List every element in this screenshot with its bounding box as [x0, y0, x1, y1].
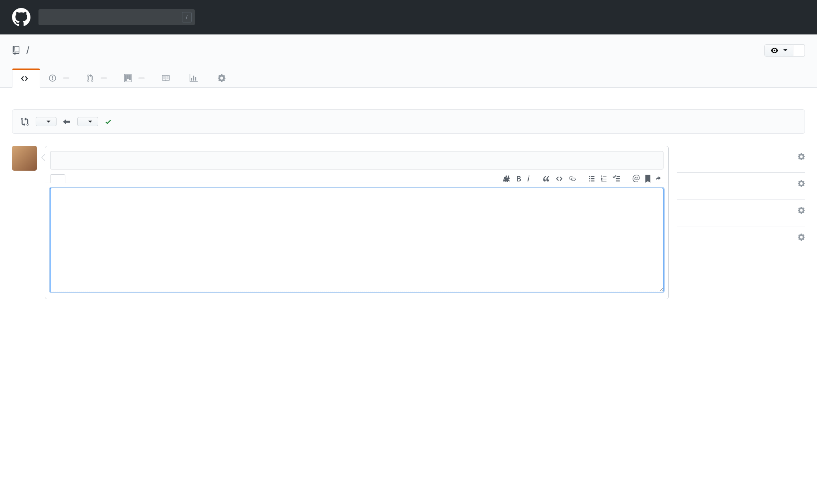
git-compare-icon — [20, 117, 29, 126]
pr-form: AA — [45, 146, 669, 299]
main-header: / — [0, 0, 817, 34]
watch-count[interactable] — [793, 44, 805, 56]
path-separator: / — [26, 44, 29, 56]
sidebar-projects — [677, 226, 805, 253]
gear-icon[interactable] — [798, 207, 805, 214]
heading-icon[interactable]: AA — [502, 175, 511, 182]
gear-icon — [218, 74, 226, 82]
sidebar — [677, 146, 805, 299]
caret-down-icon — [783, 49, 787, 51]
repo-icon — [12, 46, 20, 55]
tab-wiki[interactable] — [153, 69, 181, 87]
tab-insights[interactable] — [181, 69, 209, 87]
github-logo-icon[interactable] — [12, 8, 30, 26]
unwatch-button[interactable] — [764, 44, 793, 56]
pr-body-textarea[interactable] — [50, 188, 663, 292]
svg-text:A: A — [507, 177, 510, 182]
caret-down-icon — [88, 121, 92, 123]
pull-request-icon — [86, 74, 94, 82]
compare-branch-select[interactable] — [77, 117, 98, 126]
repo-tabs — [12, 69, 805, 87]
slash-key-icon: / — [182, 12, 192, 22]
issues-count — [63, 77, 69, 79]
breadcrumb: / — [12, 44, 32, 56]
link-icon[interactable] — [568, 175, 576, 182]
italic-icon[interactable] — [526, 175, 530, 182]
sidebar-reviewers — [677, 146, 805, 173]
gear-icon[interactable] — [798, 234, 805, 241]
branch-range-editor — [12, 109, 805, 134]
eye-icon — [770, 47, 779, 54]
list-ordered-icon[interactable] — [600, 175, 607, 182]
tab-code[interactable] — [12, 69, 40, 88]
bookmark-icon[interactable] — [645, 175, 651, 183]
watch-button-group — [764, 44, 805, 56]
search-input[interactable]: / — [38, 9, 195, 25]
gear-icon[interactable] — [798, 180, 805, 187]
tab-pull-requests[interactable] — [78, 69, 115, 87]
projects-count — [138, 77, 145, 79]
reply-icon[interactable] — [655, 175, 663, 182]
editor-tabs: AA — [45, 174, 668, 183]
book-icon — [162, 74, 170, 82]
gear-icon[interactable] — [798, 153, 805, 160]
sidebar-assignees — [677, 173, 805, 200]
avatar[interactable] — [12, 146, 37, 171]
bold-icon[interactable] — [516, 175, 522, 182]
quote-icon[interactable] — [542, 175, 550, 182]
tab-settings[interactable] — [209, 69, 237, 87]
tab-issues[interactable] — [40, 69, 78, 87]
caret-down-icon — [47, 121, 51, 123]
pr-title-input[interactable] — [50, 151, 663, 169]
merge-status — [105, 118, 120, 125]
project-icon — [124, 74, 132, 82]
sidebar-labels — [677, 200, 805, 226]
base-branch-select[interactable] — [36, 117, 57, 126]
preview-tab[interactable] — [65, 174, 81, 183]
code-icon[interactable] — [555, 175, 563, 182]
mention-icon[interactable] — [632, 175, 640, 183]
repo-header: / — [0, 34, 817, 88]
list-unordered-icon[interactable] — [588, 175, 595, 182]
write-tab[interactable] — [50, 174, 65, 183]
prs-count — [101, 77, 107, 79]
markdown-toolbar: AA — [502, 175, 663, 183]
check-icon — [105, 118, 112, 125]
graph-icon — [190, 74, 198, 82]
arrow-left-icon — [63, 118, 71, 126]
main-content: AA — [0, 88, 817, 311]
issue-icon — [49, 74, 57, 82]
tab-projects[interactable] — [115, 69, 153, 87]
tasklist-icon[interactable] — [612, 175, 620, 182]
code-icon — [20, 75, 28, 83]
